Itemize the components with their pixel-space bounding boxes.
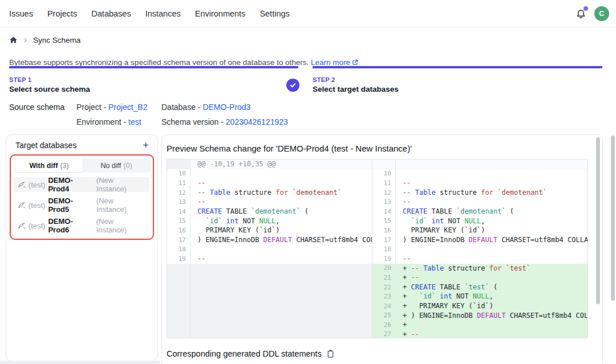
add-target-button[interactable]: + (141, 140, 151, 150)
diff-pane-source[interactable]: @@ -10,19 +10,35 @@1011--12-- Table stru… (167, 159, 372, 338)
code-line: ) ENGINE=InnoDB DEFAULT CHARSET=utf8mb4 … (191, 235, 372, 245)
code-line: PRIMARY KEY (`id`) (396, 226, 588, 235)
line-number: 10 (372, 169, 396, 179)
diff-row: 19-- (372, 254, 588, 264)
code-line: + -- (396, 330, 588, 338)
field-value-link[interactable]: 20230426121923 (226, 117, 288, 126)
line-number: 12 (372, 188, 396, 198)
field-value-link[interactable]: Project_B2 (108, 103, 147, 112)
line-number: 22 (372, 283, 396, 292)
sync-schema-page: IssuesProjectsDatabasesInstancesEnvironm… (0, 0, 616, 364)
panel-scrollbar-thumb[interactable] (596, 137, 600, 304)
target-panel-header: Target databases + (6, 135, 157, 150)
source-schema-label: Source schema (9, 103, 64, 112)
source-field-environment: Environment - test (76, 117, 161, 126)
database-item-demo-prod4[interactable]: (test)DEMO-Prod4(New Instance) (14, 177, 149, 192)
line-number: 15 (167, 216, 191, 226)
step1-complete-badge (286, 79, 299, 92)
line-number: 19 (372, 254, 396, 264)
intro-sentence: Bytebase supports synchronizing a specif… (9, 58, 309, 67)
line-number: 21 (372, 273, 396, 283)
code-line: -- (191, 197, 372, 207)
user-avatar[interactable]: C (594, 6, 609, 21)
target-database-list: (test)DEMO-Prod4(New Instance)(test)DEMO… (14, 177, 149, 233)
target-databases-panel: Target databases + With diff(3)No diff(0… (6, 134, 158, 361)
schema-preview-panel: Preview Schema change for 'DEMO-Prod4 (t… (161, 134, 603, 364)
nav-item-issues[interactable]: Issues (9, 9, 33, 18)
notifications-button[interactable] (574, 7, 587, 20)
notification-dot (583, 6, 588, 11)
field-value-link[interactable]: DEMO-Prod3 (202, 103, 250, 112)
clipboard-icon (326, 349, 335, 358)
tab-no-diff[interactable]: No diff(0) (83, 159, 150, 172)
top-navbar: IssuesProjectsDatabasesInstancesEnvironm… (0, 0, 616, 27)
chevron-right-icon (23, 38, 28, 43)
code-line: -- (396, 197, 588, 207)
tab-label: With diff (29, 162, 58, 170)
diff-row: 22+ CREATE TABLE `test` ( (372, 283, 588, 292)
line-number: 11 (167, 178, 191, 188)
diff-row: 10 (167, 169, 372, 179)
nav-item-databases[interactable]: Databases (91, 9, 131, 18)
code-line: -- (396, 178, 588, 188)
check-icon (289, 81, 297, 89)
line-number: 24 (372, 301, 396, 311)
field-label: Project - (76, 103, 108, 112)
database-item-demo-prod5[interactable]: (test)DEMO-Prod5(New Instance) (14, 198, 149, 212)
line-number (167, 159, 191, 169)
code-line: + -- (396, 273, 588, 283)
breadcrumb-page: Sync Schema (33, 36, 80, 44)
home-icon[interactable] (9, 36, 18, 44)
database-environment: (test) (29, 201, 46, 210)
step1-label: STEP 1 (9, 76, 32, 83)
line-number: 13 (372, 197, 396, 207)
diff-row: 11-- (167, 178, 372, 188)
diff-row: 15 `id` int NOT NULL, (167, 216, 372, 226)
code-line: -- (191, 254, 372, 264)
learn-more-link[interactable]: Learn more (311, 58, 350, 67)
step2-progress-bar (313, 66, 602, 68)
diff-row (167, 264, 372, 338)
page-scrollbar-thumb[interactable] (611, 136, 615, 301)
diff-row: 18 (167, 244, 372, 254)
nav-item-projects[interactable]: Projects (47, 9, 77, 18)
diff-row: 14CREATE TABLE `demotenant` ( (372, 207, 588, 216)
diff-row: 27+ -- (372, 330, 588, 338)
schema-diff-view: @@ -10,19 +10,35 @@1011--12-- Table stru… (167, 159, 588, 338)
line-number: 12 (167, 188, 191, 198)
database-item-demo-prod6[interactable]: (test)DEMO-Prod6(New Instance) (14, 218, 149, 233)
line-number: 27 (372, 330, 396, 338)
code-line: + `id` int NOT NULL, (396, 292, 588, 301)
diff-row: 11-- (372, 178, 588, 188)
database-environment: (test) (29, 222, 46, 230)
field-value-link[interactable]: test (128, 117, 141, 126)
diff-row: 26+ (372, 320, 588, 330)
nav-right: C (574, 6, 609, 21)
nav-item-environments[interactable]: Environments (195, 9, 246, 18)
line-number: 20 (372, 264, 396, 273)
copy-ddl-button[interactable] (326, 349, 335, 358)
diff-row: 17) ENGINE=InnoDB DEFAULT CHARSET=utf8mb… (372, 235, 588, 245)
main-nav: IssuesProjectsDatabasesInstancesEnvironm… (9, 9, 290, 18)
source-schema-fields: Project - Project_B2Database - DEMO-Prod… (76, 103, 288, 126)
diff-pane-target[interactable]: 1011--12-- Table structure for `demotena… (372, 159, 588, 338)
diff-row (372, 159, 588, 169)
annotation-highlight-box: With diff(3)No diff(0) (test)DEMO-Prod4(… (10, 154, 154, 240)
ddl-footer-label: Corresponding generated DDL statements (167, 349, 322, 358)
nav-item-settings[interactable]: Settings (260, 9, 289, 18)
tab-with-diff[interactable]: With diff(3) (15, 159, 83, 172)
source-field-schema-version: Schema version - 20230426121923 (161, 117, 288, 126)
diff-row: 20+ -- Table structure for `test` (372, 264, 588, 273)
diff-row: @@ -10,19 +10,35 @@ (167, 159, 372, 169)
code-line: -- (396, 254, 588, 264)
nav-item-instances[interactable]: Instances (145, 9, 181, 18)
code-line: + -- Table structure for `test` (396, 264, 588, 273)
line-number: 23 (372, 292, 396, 301)
code-line: CREATE TABLE `demotenant` ( (191, 207, 372, 216)
external-link-icon (352, 59, 358, 66)
step1-progress-bar (9, 66, 298, 68)
database-name: DEMO-Prod6 (48, 217, 93, 234)
diff-row: 17) ENGINE=InnoDB DEFAULT CHARSET=utf8mb… (167, 235, 372, 245)
diff-row: 14CREATE TABLE `demotenant` ( (167, 207, 372, 216)
ddl-footer: Corresponding generated DDL statements (167, 349, 335, 358)
